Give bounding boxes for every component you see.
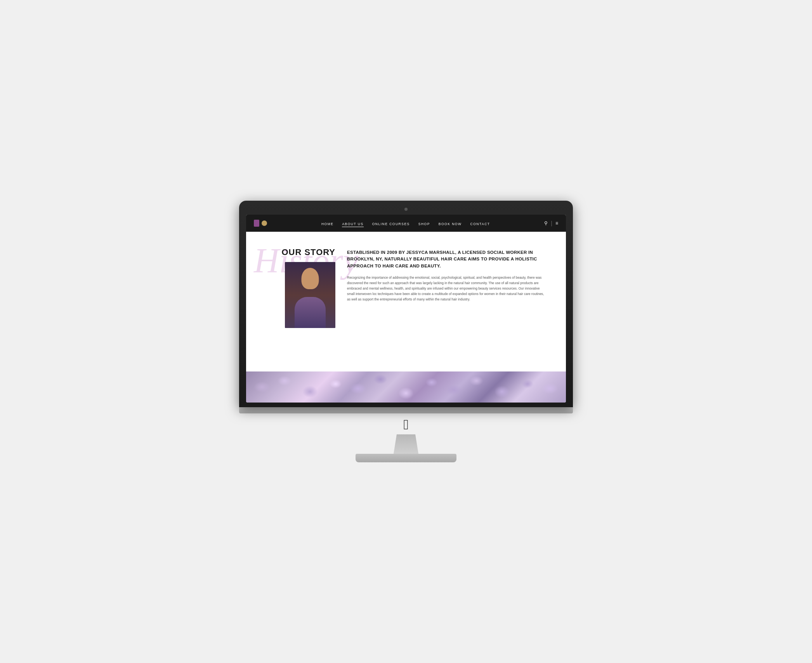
- camera-dot: [404, 208, 408, 211]
- monitor-wrapper: HOME ABOUT US ONLINE COURSES SHOP BOOK N: [239, 201, 573, 462]
- nav-right: ⚲ | ≡: [544, 220, 558, 226]
- hamburger-icon[interactable]: ≡: [555, 220, 558, 226]
- apple-logo: : [403, 417, 408, 433]
- logo-box: [254, 220, 259, 227]
- nav-divider: |: [551, 220, 552, 226]
- nav-item-contact[interactable]: CONTACT: [470, 220, 490, 227]
- main-content: History OUR STORY ESTABLISHED IN 2009 BY…: [246, 232, 566, 371]
- monitor-neck: [390, 434, 422, 454]
- navigation: HOME ABOUT US ONLINE COURSES SHOP BOOK N: [246, 215, 566, 232]
- monitor-screen: HOME ABOUT US ONLINE COURSES SHOP BOOK N: [246, 215, 566, 403]
- our-story-title: OUR STORY: [281, 247, 335, 257]
- nav-item-courses[interactable]: ONLINE COURSES: [372, 220, 410, 227]
- monitor-body: HOME ABOUT US ONLINE COURSES SHOP BOOK N: [239, 201, 573, 407]
- story-headline: ESTABLISHED IN 2009 BY JESSYCA MARSHALL,…: [347, 249, 547, 269]
- search-icon[interactable]: ⚲: [544, 220, 548, 226]
- story-left: OUR STORY: [265, 247, 335, 328]
- flower-banner: [246, 371, 566, 403]
- story-body: Recognizing the importance of addressing…: [347, 275, 547, 302]
- logo-circle: [262, 220, 267, 226]
- nav-item-home[interactable]: HOME: [321, 220, 334, 227]
- website: HOME ABOUT US ONLINE COURSES SHOP BOOK N: [246, 215, 566, 403]
- founder-person: [285, 262, 335, 328]
- nav-links: HOME ABOUT US ONLINE COURSES SHOP BOOK N: [267, 220, 544, 227]
- monitor-base: [356, 454, 456, 462]
- nav-item-shop[interactable]: SHOP: [418, 220, 430, 227]
- nav-item-about[interactable]: ABOUT US: [342, 220, 363, 227]
- founder-photo: [285, 262, 335, 328]
- story-section: OUR STORY ESTABLISHED IN 2009 BY JESSYCA…: [265, 247, 547, 328]
- nav-item-book[interactable]: BOOK NOW: [439, 220, 462, 227]
- monitor-chin: [239, 407, 573, 413]
- story-right: ESTABLISHED IN 2009 BY JESSYCA MARSHALL,…: [347, 247, 547, 328]
- nav-logo: [254, 220, 267, 227]
